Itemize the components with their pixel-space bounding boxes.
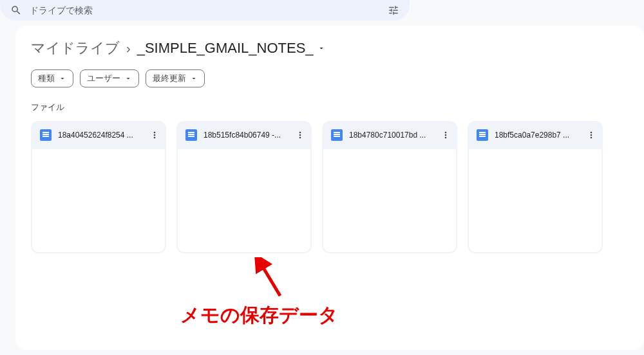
annotation-arrow-icon <box>254 257 287 305</box>
docs-icon <box>477 129 488 141</box>
file-card[interactable]: 18a40452624f8254 ... <box>31 121 166 253</box>
filter-type-label: 種類 <box>38 73 55 84</box>
breadcrumb: マイドライブ › _SIMPLE_GMAIL_NOTES_ <box>31 39 629 58</box>
file-name: 18b4780c710017bd ... <box>349 131 438 140</box>
file-card-header: 18a40452624f8254 ... <box>31 121 166 149</box>
file-card[interactable]: 18b4780c710017bd ... <box>322 121 457 253</box>
breadcrumb-root[interactable]: マイドライブ <box>31 39 120 58</box>
breadcrumb-current-label: _SIMPLE_GMAIL_NOTES_ <box>137 40 314 57</box>
file-preview <box>469 149 601 252</box>
section-files-label: ファイル <box>31 102 629 113</box>
file-card-header: 18b4780c710017bd ... <box>322 121 457 149</box>
file-card-header: 18bf5ca0a7e298b7 ... <box>468 121 603 149</box>
filter-user-label: ユーザー <box>87 73 120 84</box>
file-grid: 18a40452624f8254 ... 18b515fc84b06749 -.… <box>31 121 629 253</box>
search-input[interactable] <box>30 5 383 15</box>
filter-type[interactable]: 種類 <box>31 69 73 87</box>
chevron-right-icon: › <box>126 41 131 56</box>
search-icon[interactable] <box>10 5 22 16</box>
file-name: 18b515fc84b06749 -... <box>204 131 292 140</box>
file-name: 18bf5ca0a7e298b7 ... <box>495 131 583 140</box>
file-preview <box>178 149 310 252</box>
caret-down-icon <box>59 75 66 82</box>
more-icon[interactable] <box>438 127 453 143</box>
filter-modified-label: 最終更新 <box>153 73 186 84</box>
svg-line-1 <box>261 264 280 296</box>
more-icon[interactable] <box>147 127 162 143</box>
more-icon[interactable] <box>583 127 599 143</box>
docs-icon <box>185 129 197 141</box>
file-name: 18a40452624f8254 ... <box>58 131 147 140</box>
more-icon[interactable] <box>292 127 308 143</box>
docs-icon <box>331 129 343 141</box>
file-card[interactable]: 18bf5ca0a7e298b7 ... <box>468 121 603 253</box>
tune-icon[interactable] <box>388 5 399 16</box>
content-area: マイドライブ › _SIMPLE_GMAIL_NOTES_ 種類 ユーザー 最終… <box>15 26 644 350</box>
breadcrumb-current[interactable]: _SIMPLE_GMAIL_NOTES_ <box>137 40 325 57</box>
caret-down-icon <box>317 44 325 52</box>
caret-down-icon <box>190 75 198 82</box>
filter-modified[interactable]: 最終更新 <box>146 69 205 87</box>
file-card[interactable]: 18b515fc84b06749 -... <box>176 121 312 253</box>
file-card-header: 18b515fc84b06749 -... <box>176 121 312 149</box>
filter-chips: 種類 ユーザー 最終更新 <box>31 69 629 87</box>
annotation-text: メモの保存データ <box>180 302 338 329</box>
caret-down-icon <box>124 75 132 82</box>
file-preview <box>32 149 165 252</box>
filter-user[interactable]: ユーザー <box>80 69 139 87</box>
docs-icon <box>40 129 52 141</box>
search-bar <box>0 0 410 21</box>
file-preview <box>323 149 456 252</box>
